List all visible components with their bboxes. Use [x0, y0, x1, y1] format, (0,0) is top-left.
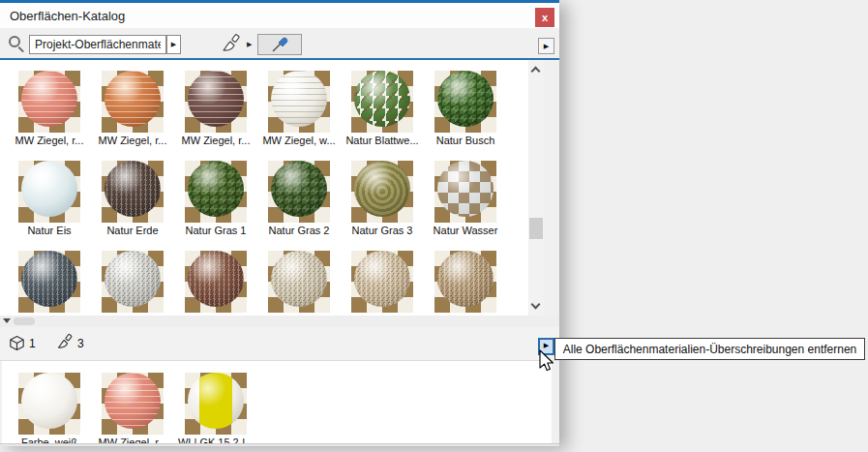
toolbar-flyout-button[interactable]: ▶	[538, 38, 554, 54]
material-thumbnail	[268, 161, 330, 223]
material-sphere	[188, 251, 244, 307]
material-label: MW Ziegel, w...	[257, 136, 341, 146]
scrollbar-thumb[interactable]	[529, 218, 543, 239]
surface-catalog-dialog: Oberflächen-Katalog x ▶ ▶ ▶	[0, 0, 559, 446]
search-dropdown-button[interactable]: ▶	[166, 35, 181, 54]
material-tile[interactable]: Natur Gras 1	[174, 158, 257, 236]
material-sphere	[437, 161, 494, 217]
collapse-arrow-icon[interactable]	[3, 318, 11, 323]
vertical-scrollbar[interactable]	[528, 60, 544, 316]
material-tile[interactable]: Natur Gras 2	[257, 158, 341, 236]
material-sphere	[188, 71, 244, 127]
material-tile[interactable]: Naturstein Gr...	[8, 248, 91, 316]
material-sphere	[105, 161, 161, 217]
search-icon	[9, 36, 20, 47]
material-sphere	[188, 373, 244, 429]
material-tile[interactable]: Naturstein Gr...	[91, 248, 174, 316]
material-tile[interactable]: Natur Erde	[91, 158, 174, 236]
material-sphere	[105, 251, 161, 307]
toolbar: ▶ ▶ ▶	[0, 28, 559, 60]
material-label: MW Ziegel, r...	[91, 136, 174, 146]
material-tile[interactable]: Natur Busch	[424, 68, 507, 146]
flyout-menu-item[interactable]: Alle Oberflächenmaterialien-Überschreibu…	[554, 338, 865, 360]
material-tile[interactable]: Farbe, weiß	[8, 370, 91, 443]
override-count: 3	[77, 337, 84, 350]
overrides-flyout-button[interactable]: ▶	[538, 338, 554, 355]
dialog-bottom-edge	[0, 443, 559, 446]
material-thumbnail	[185, 161, 247, 223]
material-thumbnail	[18, 373, 80, 435]
panel-splitter[interactable]	[0, 316, 559, 327]
brush-dropdown-arrow[interactable]: ▶	[247, 41, 252, 48]
material-thumbnail	[102, 71, 164, 133]
material-thumbnail	[185, 71, 247, 133]
material-thumbnail	[351, 161, 413, 223]
catalog-material-list: MW Ziegel, r...MW Ziegel, r...MW Ziegel,…	[0, 60, 528, 316]
eyedropper-button[interactable]	[257, 34, 302, 55]
material-sphere	[271, 251, 327, 307]
overrides-grid: Farbe, weißMW Ziegel, r...WI | GK 15 2-l…	[2, 361, 552, 443]
material-sphere	[21, 373, 77, 429]
scroll-up-icon[interactable]	[531, 67, 541, 76]
material-tile[interactable]: Naturstein Ki...	[424, 248, 507, 316]
material-tile[interactable]: Natur Wasser	[424, 158, 507, 236]
material-sphere	[437, 251, 494, 307]
material-thumbnail	[185, 373, 247, 435]
material-label: Natur Blattwe...	[341, 136, 424, 146]
material-tile[interactable]: Natur Gras 3	[341, 158, 424, 236]
material-tile[interactable]: Natur Eis	[8, 158, 91, 236]
material-tile[interactable]: WI | GK 15 2-l...	[174, 370, 257, 443]
material-thumbnail	[185, 251, 247, 313]
override-brush-icon	[56, 333, 75, 356]
material-thumbnail	[18, 161, 80, 223]
material-tile[interactable]: Naturstein Gr...	[174, 248, 257, 316]
material-sphere	[105, 71, 161, 127]
material-sphere	[271, 71, 327, 127]
title-bar[interactable]: Oberflächen-Katalog x	[0, 3, 559, 28]
material-thumbnail	[102, 251, 164, 313]
material-thumbnail	[434, 161, 496, 223]
paint-brush-button[interactable]	[221, 33, 244, 56]
material-tile[interactable]: Natur Blattwe...	[341, 68, 424, 146]
brush-icon	[221, 33, 244, 56]
material-sphere	[21, 251, 77, 307]
material-label: Natur Gras 2	[257, 226, 341, 236]
material-tile[interactable]: MW Ziegel, r...	[91, 68, 174, 146]
material-tile[interactable]: MW Ziegel, r...	[174, 68, 257, 146]
material-label: MW Ziegel, r...	[8, 136, 91, 146]
material-tile[interactable]: MW Ziegel, r...	[8, 68, 91, 146]
material-thumbnail	[434, 71, 496, 133]
material-sphere	[354, 71, 410, 127]
eyedropper-icon	[269, 35, 290, 54]
catalog-grid: MW Ziegel, r...MW Ziegel, r...MW Ziegel,…	[0, 60, 528, 316]
material-sphere	[354, 251, 410, 307]
material-thumbnail	[102, 161, 164, 223]
material-sphere	[437, 71, 494, 127]
desktop-background: Oberflächen-Katalog x ▶ ▶ ▶	[0, 0, 868, 452]
material-sphere	[354, 161, 410, 217]
material-thumbnail	[351, 71, 413, 133]
material-sphere	[21, 161, 77, 217]
material-tile[interactable]: Naturstein Ka...	[257, 248, 341, 316]
material-label: Natur Gras 3	[341, 226, 424, 236]
close-button[interactable]: x	[535, 8, 554, 27]
material-tile[interactable]: Naturstein Ki...	[341, 248, 424, 316]
material-sphere	[21, 71, 77, 127]
material-label: Natur Gras 1	[174, 226, 257, 236]
material-thumbnail	[434, 251, 496, 313]
overrides-material-list: Farbe, weißMW Ziegel, r...WI | GK 15 2-l…	[2, 361, 552, 443]
overrides-info-bar: 1 3 ▶	[0, 327, 559, 361]
material-label: MW Ziegel, r...	[174, 136, 257, 146]
cube-icon	[9, 335, 25, 355]
material-thumbnail	[102, 373, 164, 435]
material-thumbnail	[18, 71, 80, 133]
material-tile[interactable]: MW Ziegel, r...	[91, 370, 174, 443]
search-input[interactable]	[29, 35, 166, 54]
material-label: Natur Busch	[424, 136, 507, 146]
splitter-grip[interactable]	[14, 317, 35, 325]
material-sphere	[271, 161, 327, 217]
material-thumbnail	[268, 71, 330, 133]
material-thumbnail	[351, 251, 413, 313]
material-tile[interactable]: MW Ziegel, w...	[257, 68, 341, 146]
scroll-down-icon[interactable]	[531, 300, 541, 310]
